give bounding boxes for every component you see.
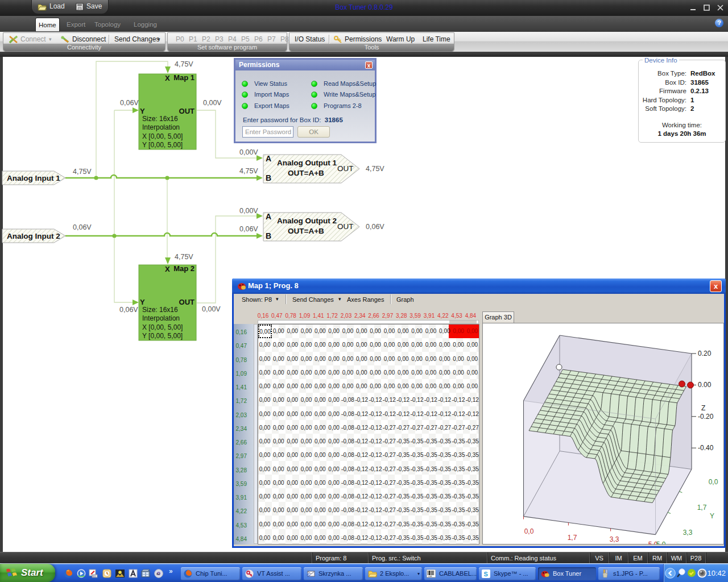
svg-text:0.00: 0.00: [698, 381, 712, 389]
svg-text:Interpolation: Interpolation: [142, 314, 180, 322]
svg-text:OUT=A+B: OUT=A+B: [288, 169, 324, 177]
svg-text:A: A: [266, 212, 271, 221]
svg-text:Map 1: Map 1: [173, 73, 195, 82]
svg-text:Y [0,00, 5,00]: Y [0,00, 5,00]: [142, 141, 183, 149]
svg-text:X: X: [165, 265, 170, 273]
svg-text:OUT: OUT: [179, 298, 195, 306]
svg-text:Y: Y: [140, 107, 145, 115]
svg-text:B: B: [266, 231, 271, 240]
svg-text:3,3: 3,3: [683, 529, 693, 537]
svg-text:B: B: [266, 173, 271, 182]
svg-text:5,0: 5,0: [656, 541, 666, 544]
svg-text:Y [0,00, 5,00]: Y [0,00, 5,00]: [142, 332, 183, 340]
svg-text:IR: IR: [156, 572, 160, 576]
svg-text:Analog Output 2: Analog Output 2: [277, 217, 337, 225]
svg-text:0,00V: 0,00V: [239, 148, 258, 156]
svg-text:4,75V: 4,75V: [175, 253, 193, 261]
svg-text:X [0,00, 5,00]: X [0,00, 5,00]: [142, 323, 183, 331]
svg-text:0,06V: 0,06V: [120, 99, 139, 107]
svg-text:X [0,00, 5,00]: X [0,00, 5,00]: [142, 132, 183, 140]
svg-text:S: S: [483, 571, 487, 577]
svg-text:1,7: 1,7: [568, 534, 577, 542]
svg-text:A: A: [266, 154, 271, 163]
svg-text:0.20: 0.20: [698, 350, 712, 357]
svg-text:OUT=A+B: OUT=A+B: [288, 227, 324, 235]
svg-text:4,75V: 4,75V: [366, 165, 384, 173]
svg-text:0,06V: 0,06V: [366, 223, 384, 231]
svg-text:Y: Y: [140, 298, 145, 306]
svg-text:Y: Y: [710, 512, 714, 520]
svg-text:3,3: 3,3: [610, 535, 619, 543]
svg-text:Size: 16x16: Size: 16x16: [142, 115, 178, 123]
svg-text:0,00V: 0,00V: [202, 305, 221, 313]
svg-text:-0.40: -0.40: [698, 444, 714, 452]
svg-text:Z: Z: [701, 404, 705, 412]
svg-text:OUT: OUT: [179, 107, 195, 115]
svg-text:cab: cab: [428, 575, 432, 577]
svg-text:X: X: [165, 74, 170, 82]
svg-text:4,75V: 4,75V: [73, 168, 92, 176]
svg-text:0,0: 0,0: [524, 527, 534, 535]
svg-text:0,06V: 0,06V: [239, 225, 258, 233]
svg-text:0,06V: 0,06V: [119, 306, 138, 314]
svg-text:0,00V: 0,00V: [239, 207, 258, 215]
svg-text:Analog Input 1: Analog Input 1: [7, 174, 60, 182]
svg-text:4,75V: 4,75V: [175, 60, 193, 68]
svg-text:-0.20: -0.20: [698, 413, 714, 421]
svg-text:0,06V: 0,06V: [73, 223, 92, 231]
svg-text:1,7: 1,7: [697, 504, 707, 512]
svg-text:0,00V: 0,00V: [203, 99, 222, 107]
svg-text:4,75V: 4,75V: [239, 167, 258, 175]
svg-text:OUT: OUT: [337, 164, 354, 173]
svg-text:0,0: 0,0: [709, 478, 718, 486]
svg-text:Interpolation: Interpolation: [142, 123, 180, 131]
svg-text:OUT: OUT: [337, 222, 354, 231]
svg-text:Analog Input 2: Analog Input 2: [7, 232, 60, 240]
svg-text:Size: 16x16: Size: 16x16: [142, 306, 178, 314]
svg-text:Map 2: Map 2: [173, 264, 195, 273]
svg-text:Analog Output 1: Analog Output 1: [277, 159, 337, 167]
